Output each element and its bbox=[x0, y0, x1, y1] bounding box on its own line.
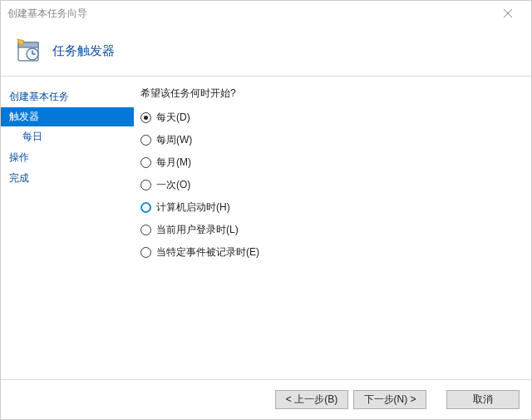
radio-icon[interactable] bbox=[140, 247, 151, 258]
radio-icon[interactable] bbox=[140, 180, 151, 190]
wizard-steps-sidebar: 创建基本任务触发器每日操作完成 bbox=[1, 77, 134, 379]
wizard-step[interactable]: 完成 bbox=[1, 168, 134, 189]
next-button[interactable]: 下一步(N) > bbox=[353, 390, 426, 409]
window-title: 创建基本任务向导 bbox=[7, 7, 491, 21]
trigger-option-label: 每周(W) bbox=[156, 133, 192, 147]
trigger-option-label: 计算机启动时(H) bbox=[156, 200, 230, 215]
trigger-options: 每天(D)每周(W)每月(M)一次(O)计算机启动时(H)当前用户登录时(L)当… bbox=[140, 111, 521, 259]
trigger-option[interactable]: 当特定事件被记录时(E) bbox=[140, 245, 521, 259]
wizard-step[interactable]: 每日 bbox=[1, 126, 134, 147]
trigger-option[interactable]: 当前用户登录时(L) bbox=[140, 223, 521, 237]
cancel-button[interactable]: 取消 bbox=[446, 390, 520, 409]
wizard-step[interactable]: 创建基本任务 bbox=[1, 86, 134, 107]
radio-icon[interactable] bbox=[140, 112, 151, 123]
close-icon bbox=[504, 9, 512, 17]
trigger-option[interactable]: 计算机启动时(H) bbox=[140, 200, 521, 215]
trigger-option[interactable]: 一次(O) bbox=[140, 178, 521, 192]
back-button[interactable]: < 上一步(B) bbox=[275, 390, 348, 409]
radio-icon[interactable] bbox=[140, 135, 151, 146]
close-button[interactable] bbox=[491, 2, 525, 25]
trigger-option-label: 每天(D) bbox=[156, 111, 190, 125]
titlebar: 创建基本任务向导 bbox=[1, 1, 531, 26]
trigger-option[interactable]: 每天(D) bbox=[140, 111, 521, 125]
trigger-option-label: 当前用户登录时(L) bbox=[156, 223, 239, 237]
wizard-step[interactable]: 触发器 bbox=[1, 107, 134, 126]
wizard-main: 希望该任务何时开始? 每天(D)每周(W)每月(M)一次(O)计算机启动时(H)… bbox=[134, 77, 531, 379]
wizard-footer: < 上一步(B) 下一步(N) > 取消 bbox=[1, 379, 531, 419]
wizard-step[interactable]: 操作 bbox=[1, 147, 134, 168]
wizard-body: 创建基本任务触发器每日操作完成 希望该任务何时开始? 每天(D)每周(W)每月(… bbox=[1, 77, 531, 379]
trigger-option-label: 一次(O) bbox=[156, 178, 190, 192]
trigger-option-label: 每月(M) bbox=[156, 156, 191, 170]
radio-icon[interactable] bbox=[140, 157, 151, 168]
wizard-window: 创建基本任务向导 任务触发器 创建基本任务触发器每日操作完成 希望该任务何时开始… bbox=[0, 0, 532, 420]
radio-icon[interactable] bbox=[140, 202, 151, 213]
radio-icon[interactable] bbox=[140, 225, 151, 235]
trigger-option[interactable]: 每月(M) bbox=[140, 156, 521, 170]
scheduled-task-icon bbox=[16, 37, 42, 64]
trigger-prompt: 希望该任务何时开始? bbox=[140, 86, 521, 101]
wizard-header: 任务触发器 bbox=[1, 26, 531, 76]
trigger-option[interactable]: 每周(W) bbox=[140, 133, 521, 147]
trigger-option-label: 当特定事件被记录时(E) bbox=[156, 245, 259, 259]
wizard-heading: 任务触发器 bbox=[52, 43, 115, 59]
